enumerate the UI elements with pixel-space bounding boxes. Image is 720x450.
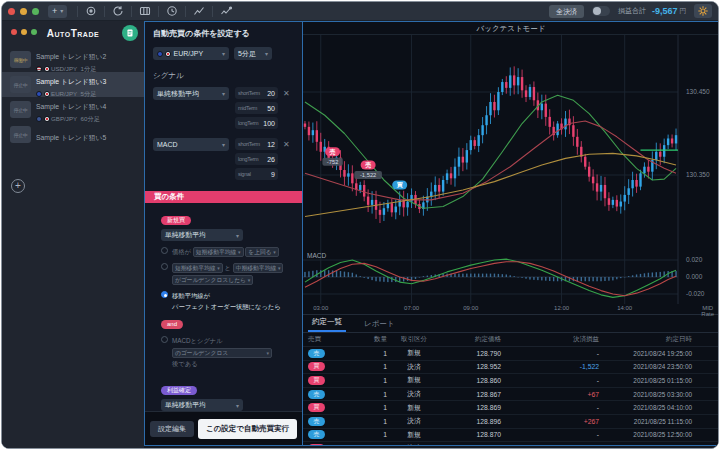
svg-text:130.350: 130.350 <box>686 171 710 178</box>
pnl-total-value: -9,567 <box>652 6 678 16</box>
tab-executions[interactable]: 約定一覧 <box>308 317 346 332</box>
datetime-cell: 2021/08/24 23:50:00 <box>599 363 692 370</box>
add-button[interactable]: +▾ <box>48 5 67 18</box>
table-row[interactable]: 買1決済129.087-1,1722021/08/25 13:30:00 <box>303 442 719 445</box>
trend-line-button[interactable] <box>190 5 208 18</box>
sync-icon <box>112 5 124 17</box>
strategy-title: Sample トレンド狙い5 <box>36 134 106 141</box>
sidebar: AutoTrade 稼働中Sample トレンド狙い2USD/JPY 1分足停止… <box>2 21 144 448</box>
add-strategy-button[interactable]: + <box>11 179 25 193</box>
buy-option-cross[interactable]: 短期移動平均線 ▾ と 中期移動平均線 ▾ がゴールデンクロスしたら ▾ <box>161 262 294 285</box>
table-row[interactable]: 買1決済128.952-1,5222021/08/24 23:50:00 <box>303 361 719 375</box>
chevron-down-icon: ▾ <box>218 50 225 57</box>
chevron-down-icon: ▾ <box>261 50 268 57</box>
radio-button[interactable] <box>161 336 168 343</box>
param-longTerm[interactable]: longTerm26 <box>235 153 278 165</box>
radio-button[interactable] <box>161 263 168 270</box>
sidebar-strategy-item-3[interactable]: 停止中Sample トレンド狙い4GBP/JPY 60分足 <box>2 97 144 122</box>
chevron-down-icon: ▾ <box>218 141 225 148</box>
svg-text:買: 買 <box>396 181 403 189</box>
executions-table: 約定一覧レポート 売買数量取引区分約定価格決済損益約定日時 売1新規128.79… <box>303 315 719 445</box>
toolbar-divider <box>185 6 186 17</box>
side-badge: 売 <box>308 349 325 358</box>
param-shortTerm[interactable]: shortTerm12 <box>235 138 278 150</box>
price-cell: 128.790 <box>441 350 501 357</box>
table-row[interactable]: 売1決済128.896+2672021/08/25 11:15:00 <box>303 415 719 429</box>
table-row[interactable]: 売1新規128.790-2021/08/24 19:25:00 <box>303 347 719 361</box>
svg-text:-0.020: -0.020 <box>686 290 705 297</box>
price-cell: 128.867 <box>441 391 501 398</box>
svg-text:売: 売 <box>330 148 336 156</box>
table-row[interactable]: 売1決済128.867+672021/08/25 03:30:00 <box>303 388 719 402</box>
zoom-window-button[interactable] <box>32 8 39 15</box>
ma-line-select[interactable]: 短期移動平均線 ▾ <box>193 247 244 257</box>
price-cell: 128.870 <box>441 431 501 438</box>
param-longTerm[interactable]: longTerm100 <box>235 117 278 129</box>
settings-panel: 自動売買の条件を設定する EUR/JPY▾ 5分足▾ シグナル 単純移動平均▾s… <box>145 22 303 445</box>
buy-option-price[interactable]: 価格が 短期移動平均線 ▾ を上回る ▾ <box>161 246 294 257</box>
edit-settings-button[interactable]: 設定編集 <box>150 421 194 437</box>
time-tick: 03:00 <box>313 305 328 311</box>
sell-indicator-select[interactable]: 単純移動平均▾ <box>161 399 243 411</box>
param-shortTerm[interactable]: shortTerm20 <box>235 87 278 99</box>
sidebar-strategy-item-1[interactable]: 稼働中Sample トレンド狙い2USD/JPY 1分足 <box>2 47 144 72</box>
sync-button[interactable] <box>109 5 127 18</box>
macd-chart[interactable]: 0.0200.000-0.020MACD <box>303 249 719 304</box>
table-row[interactable]: 買1新規128.869-2021/08/25 04:10:00 <box>303 401 719 415</box>
table-row[interactable]: 買1新規128.860-2021/08/25 01:15:00 <box>303 374 719 388</box>
indicator-block-2: MACD▾shortTerm12longTerm26signal9✕ <box>153 138 294 183</box>
price-chart[interactable]: 130.450130.350売-752売-1,522買 <box>303 35 719 249</box>
radio-button[interactable] <box>161 291 168 298</box>
strategy-title: Sample トレンド狙い3 <box>36 78 106 85</box>
history-button[interactable] <box>163 5 181 18</box>
auto-trade-toggle[interactable] <box>592 6 610 16</box>
settings-button[interactable] <box>694 4 712 18</box>
buy-option-macd[interactable]: MACDとシグナル のゴールデンクロス ▾ 後である <box>161 335 294 369</box>
svg-text:0.000: 0.000 <box>686 273 703 280</box>
remove-indicator-button[interactable]: ✕ <box>283 138 290 151</box>
price-cell: 128.952 <box>441 363 501 370</box>
sidebar-strategy-item-2[interactable]: 停止中Sample トレンド狙い3EUR/JPY 5分足 <box>2 72 144 97</box>
toolbar-divider <box>212 6 213 17</box>
capture-button[interactable] <box>82 5 100 18</box>
side-badge: 買 <box>308 362 325 371</box>
ma-line-select[interactable]: 短期移動平均線 ▾ <box>172 263 223 273</box>
currency-pair-select[interactable]: EUR/JPY▾ <box>153 47 229 60</box>
svg-text:MACD: MACD <box>307 252 326 259</box>
sidebar-strategy-item-4[interactable]: 停止中Sample トレンド狙い5 <box>2 122 144 147</box>
type-cell: 決済 <box>387 416 441 426</box>
svg-text:130.450: 130.450 <box>686 88 710 95</box>
indicator-select[interactable]: 単純移動平均▾ <box>153 87 229 100</box>
param-signal[interactable]: signal9 <box>235 168 278 180</box>
type-cell: 新規 <box>387 430 441 440</box>
close-all-positions-button[interactable]: 全決済 <box>549 5 584 18</box>
side-badge: 売 <box>308 417 325 426</box>
cross-type-select[interactable]: がゴールデンクロスしたら ▾ <box>172 275 253 285</box>
chevron-down-icon: ▾ <box>218 90 225 97</box>
column-header: 決済損益 <box>501 335 599 344</box>
buy-indicator-select[interactable]: 単純移動平均▾ <box>161 229 243 241</box>
run-autotrade-button[interactable]: この設定で自動売買実行 <box>198 419 297 439</box>
indicator-select[interactable]: MACD▾ <box>153 138 229 151</box>
remove-indicator-button[interactable]: ✕ <box>283 87 290 100</box>
trend-line-2-button[interactable] <box>217 5 235 18</box>
buy-option-perfect-order[interactable]: 移動平均線がパーフェクトオーダー状態になったら <box>161 290 294 312</box>
layout-columns-button[interactable] <box>136 5 154 18</box>
strategy-list: 稼働中Sample トレンド狙い2USD/JPY 1分足停止中Sample トレ… <box>2 47 144 147</box>
ma-line-select[interactable]: 中期移動平均線 ▾ <box>233 263 284 273</box>
trend-line-icon <box>193 5 205 17</box>
comparison-select[interactable]: を上回る ▾ <box>245 247 279 257</box>
minimize-window-button[interactable] <box>20 8 27 15</box>
macd-cross-select[interactable]: のゴールデンクロス ▾ <box>172 348 272 358</box>
datetime-cell: 2021/08/25 04:10:00 <box>599 404 692 411</box>
table-row[interactable]: 売1新規128.870-2021/08/25 12:50:00 <box>303 429 719 443</box>
radio-button[interactable] <box>161 247 168 254</box>
notes-button[interactable] <box>122 25 138 41</box>
timeframe-select[interactable]: 5分足▾ <box>234 47 272 60</box>
param-midTerm[interactable]: midTerm50 <box>235 102 278 114</box>
datetime-cell: 2021/08/25 01:15:00 <box>599 377 692 384</box>
tab-report[interactable]: レポート <box>360 319 399 332</box>
qty-cell: 1 <box>333 404 387 411</box>
gear-icon <box>697 5 709 17</box>
close-window-button[interactable] <box>8 8 15 15</box>
